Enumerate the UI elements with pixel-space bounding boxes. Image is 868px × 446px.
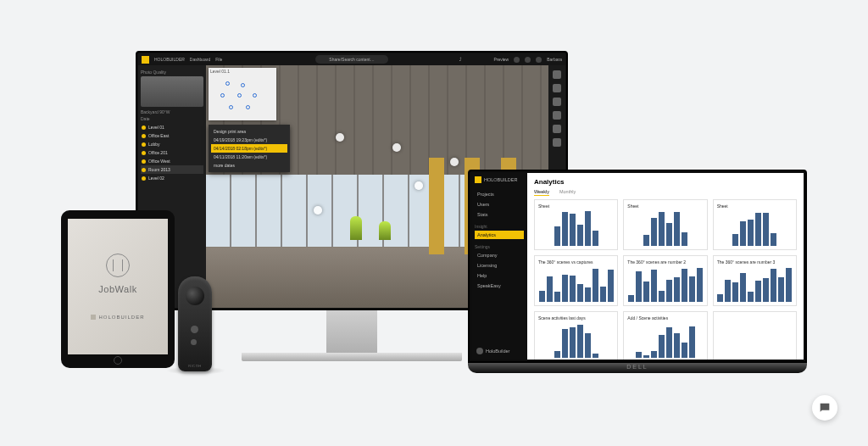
chart-title: Sheet — [627, 203, 703, 209]
help-icon[interactable] — [525, 57, 531, 63]
chart-card[interactable]: Sheet — [534, 199, 618, 250]
sidebar-item-speakeasy[interactable]: SpeakEasy — [475, 282, 524, 290]
camera-shutter-button[interactable] — [191, 326, 198, 333]
camera-mode-button[interactable] — [191, 339, 197, 345]
scene-thumbnail[interactable] — [141, 76, 203, 107]
chart-bars — [717, 210, 793, 246]
chart-bar — [763, 278, 769, 302]
home-button[interactable] — [114, 356, 122, 365]
hotspot-icon[interactable] — [392, 143, 401, 152]
chart-bar — [577, 225, 583, 246]
search-placeholder: Share/Search content… — [329, 57, 374, 62]
floorplan-label: Level 01.1 — [210, 69, 230, 74]
app-topbar: HOLOBUILDER Dashboard File Share/Search … — [138, 53, 565, 65]
chart-bar — [585, 333, 591, 358]
chart-bar — [674, 212, 680, 246]
chart-bar — [771, 269, 776, 302]
chart-bar — [608, 270, 614, 302]
section-photo-quality: Photo Quality — [141, 70, 203, 75]
holobuilder-logo-icon — [142, 56, 149, 64]
context-menu-item[interactable]: 04/11/2018 11:20am (edits*) — [211, 153, 287, 161]
context-menu-item[interactable]: more dates — [211, 161, 287, 170]
tablet-device: JobWalk HOLOBUILDER — [61, 210, 175, 368]
sidebar-item-projects[interactable]: Projects — [475, 190, 524, 198]
context-menu-item[interactable]: 04/19/2018 19:23pm (edits*) — [211, 136, 287, 144]
chart-card[interactable]: Sheet — [623, 199, 707, 250]
menu-file[interactable]: File — [215, 57, 222, 62]
sidebar-item-office-east[interactable]: Office East — [141, 131, 203, 140]
layers-icon[interactable] — [553, 125, 561, 133]
floorplan-minimap[interactable]: Level 01.1 — [209, 68, 276, 120]
search-input[interactable]: Share/Search content… — [315, 55, 388, 64]
share-icon[interactable]: ⤴ — [459, 57, 462, 62]
chart-bar — [732, 282, 738, 302]
username-label[interactable]: Barbara — [547, 57, 562, 62]
hotspot-icon[interactable] — [450, 158, 459, 166]
avatar[interactable] — [536, 57, 542, 63]
sidebar-item-stats[interactable]: Stats — [475, 210, 524, 219]
sidebar-section-insight: Insight — [475, 224, 524, 229]
chart-bar — [666, 327, 672, 358]
timetravel-menu: Design print area 04/19/2018 19:23pm (ed… — [209, 125, 290, 172]
tab-weekly[interactable]: Weekly — [534, 189, 549, 196]
undo-icon[interactable] — [553, 84, 561, 92]
context-menu-item[interactable]: Design print area — [211, 127, 287, 136]
chart-card[interactable] — [713, 311, 797, 360]
sidebar-item-help[interactable]: Help — [475, 271, 524, 280]
chart-bar — [682, 269, 687, 302]
chart-bar — [539, 291, 545, 302]
chart-bar — [643, 235, 649, 246]
sidebar-item-office-west[interactable]: Office West — [141, 157, 203, 165]
chart-bar — [689, 276, 695, 302]
chart-card[interactable]: Sheet — [713, 199, 797, 250]
menu-dashboard[interactable]: Dashboard — [190, 57, 210, 62]
chart-bar — [651, 270, 657, 302]
hotspot-icon[interactable] — [314, 206, 322, 215]
tab-monthly[interactable]: Monthly — [559, 189, 576, 196]
chart-bar — [554, 351, 560, 358]
share-icon[interactable] — [553, 98, 561, 106]
chart-card[interactable]: The 360° scenes are number 2 — [623, 255, 707, 306]
location-label: Backyard 90°W — [141, 109, 203, 114]
hotspot-icon[interactable] — [336, 133, 344, 142]
chart-card[interactable]: The 360° scenes are number 3 — [713, 255, 797, 306]
chart-title: The 360° scenes vs captures — [538, 259, 614, 265]
chart-bar — [755, 213, 761, 246]
sidebar-item-company[interactable]: Company — [475, 251, 524, 259]
sidebar-item-lobby[interactable]: Lobby — [141, 140, 203, 148]
chart-bar — [651, 218, 657, 246]
chart-bars — [627, 210, 703, 246]
jobwalk-logo-icon — [106, 254, 130, 277]
chart-card[interactable]: Add / Scene activities — [623, 311, 707, 360]
chart-bars — [538, 210, 614, 246]
sidebar-item-analytics[interactable]: Analytics — [475, 231, 524, 239]
notifications-icon[interactable] — [514, 57, 520, 63]
chart-bar — [682, 232, 687, 246]
settings-icon[interactable] — [553, 138, 561, 147]
sidebar-user[interactable]: HoloBuilder — [475, 346, 524, 356]
chart-title: Sheet — [717, 203, 793, 209]
holobuilder-logo-icon — [91, 315, 96, 320]
sidebar-item-level-02[interactable]: Level 02 — [141, 174, 203, 182]
chart-bar — [659, 291, 665, 302]
chart-bars — [538, 266, 614, 302]
sidebar-item-label: Office West — [148, 159, 170, 164]
sidebar-item-users[interactable]: Users — [475, 200, 524, 209]
chart-card[interactable]: Scene activities last days — [534, 311, 618, 360]
sidebar-item-level-01[interactable]: Level 01 — [141, 123, 203, 131]
sidebar-item-office-201[interactable]: Office 201 — [141, 148, 203, 157]
sidebar-item-room-2013[interactable]: Room 2013 — [141, 165, 203, 174]
edit-icon[interactable] — [553, 111, 561, 120]
context-menu-item[interactable]: 04/14/2018 02:18pm (edits*) — [211, 144, 287, 153]
chart-card[interactable]: The 360° scenes vs captures — [534, 255, 618, 306]
chart-bar — [740, 273, 746, 302]
chart-bar — [674, 333, 680, 358]
chart-bars — [538, 322, 614, 358]
chat-support-button[interactable] — [812, 395, 837, 421]
brand-label: HOLOBUILDER — [154, 57, 185, 62]
sidebar-item-licensing[interactable]: Licensing — [475, 261, 524, 270]
chart-bar — [651, 351, 657, 358]
chart-bar — [577, 284, 583, 302]
save-icon[interactable] — [553, 70, 561, 79]
preview-button[interactable]: Preview — [493, 57, 509, 62]
